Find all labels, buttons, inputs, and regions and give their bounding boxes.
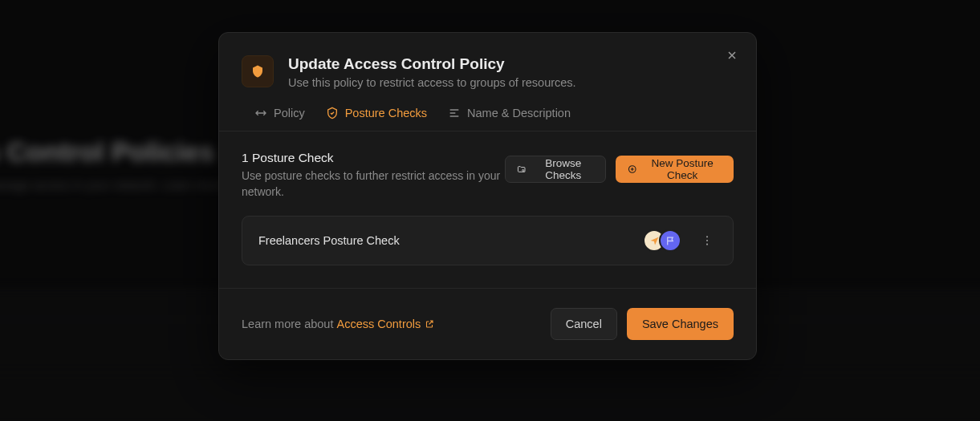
new-posture-check-label: New Posture Check <box>643 157 722 181</box>
modal-subtitle: Use this policy to restrict access to gr… <box>288 76 576 89</box>
modal-header: Update Access Control Policy Use this po… <box>219 33 756 89</box>
tab-policy[interactable]: Policy <box>254 107 305 131</box>
new-posture-check-button[interactable]: New Posture Check <box>616 156 734 183</box>
svg-point-3 <box>706 240 708 241</box>
arrows-icon <box>254 107 267 119</box>
plus-circle-icon <box>628 164 636 175</box>
shield-check-icon <box>326 107 339 119</box>
section-heading: 1 Posture Check <box>242 151 505 165</box>
tab-name-label: Name & Description <box>467 107 571 119</box>
posture-check-row: Freelancers Posture Check <box>242 216 734 265</box>
external-link-icon <box>425 319 434 329</box>
browse-checks-label: Browse Checks <box>532 157 593 181</box>
section-description: Use posture checks to further restrict a… <box>242 168 505 200</box>
update-policy-modal: Update Access Control Policy Use this po… <box>218 32 757 360</box>
modal-footer: Learn more about Access Controls Cancel … <box>219 288 756 359</box>
folder-search-icon <box>517 164 526 175</box>
tab-posture-label: Posture Checks <box>345 107 427 119</box>
check-badges <box>643 229 681 252</box>
posture-check-name: Freelancers Posture Check <box>258 234 400 247</box>
tab-policy-label: Policy <box>274 107 305 119</box>
modal-body: 1 Posture Check Use posture checks to fu… <box>219 132 756 288</box>
svg-point-2 <box>706 236 708 237</box>
text-icon <box>448 107 461 119</box>
svg-point-4 <box>706 244 708 245</box>
cancel-button[interactable]: Cancel <box>551 308 617 340</box>
browse-checks-button[interactable]: Browse Checks <box>505 156 606 183</box>
learn-more-text: Learn more about Access Controls <box>242 318 434 330</box>
modal-title: Update Access Control Policy <box>288 55 576 73</box>
more-vertical-icon <box>701 234 714 247</box>
svg-point-0 <box>523 169 524 171</box>
flag-badge-icon <box>659 229 681 252</box>
tab-posture-checks[interactable]: Posture Checks <box>326 107 427 131</box>
close-button[interactable] <box>724 47 740 63</box>
tab-name-description[interactable]: Name & Description <box>448 107 571 131</box>
check-menu-button[interactable] <box>697 231 717 250</box>
access-controls-link[interactable]: Access Controls <box>337 318 435 330</box>
shield-icon <box>242 55 274 87</box>
modal-header-text: Update Access Control Policy Use this po… <box>288 55 576 89</box>
save-changes-button[interactable]: Save Changes <box>627 308 734 340</box>
close-icon <box>726 49 738 62</box>
section-header: 1 Posture Check Use posture checks to fu… <box>242 151 734 200</box>
modal-tabs: Policy Posture Checks Name & Description <box>219 89 756 132</box>
